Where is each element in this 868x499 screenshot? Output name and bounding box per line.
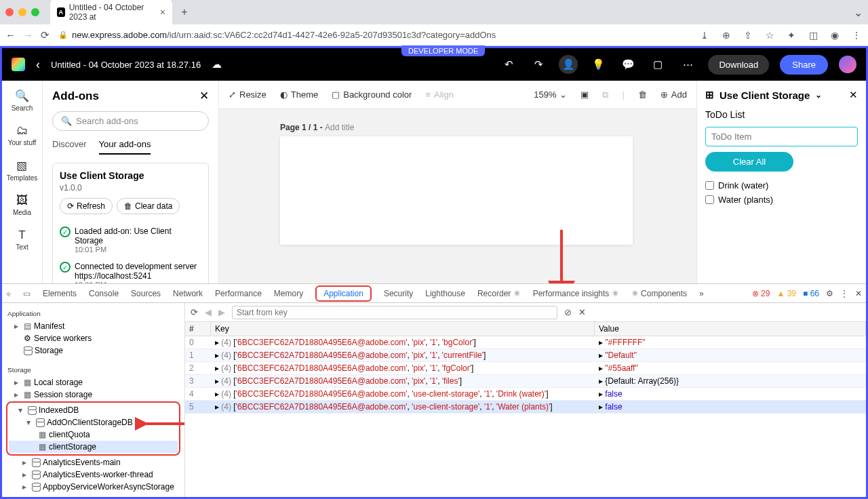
extensions-icon[interactable]: ✦ (785, 30, 797, 41)
layers-icon[interactable]: ▣ (580, 89, 589, 100)
clear-data-button[interactable]: 🗑Clear data (117, 198, 180, 214)
table-row[interactable]: 1▸ (4) ['6BCC3EFC62A7D1880A495E6A@adobe.… (185, 349, 866, 362)
zoom-control[interactable]: 159% ⌄ (534, 89, 567, 100)
share-icon[interactable]: ⇪ (742, 30, 754, 41)
more-tabs-icon[interactable]: » (699, 289, 704, 298)
table-row[interactable]: 0▸ (4) ['6BCC3EFC62A7D1880A495E6A@adobe.… (185, 336, 866, 349)
tab-your-addons[interactable]: Your add-ons (99, 139, 151, 155)
gear-icon[interactable]: ⚙ (826, 289, 833, 298)
close-icon[interactable]: ✕ (199, 89, 209, 103)
theme-button[interactable]: ◐Theme (280, 89, 318, 100)
avatar[interactable] (839, 56, 856, 73)
sidebar-item-analytics-worker[interactable]: ▸AnalyticsEvents-worker-thread (5, 468, 182, 481)
reload-icon[interactable]: ⟳ (41, 29, 52, 41)
close-icon[interactable]: ✕ (849, 89, 858, 101)
bgcolor-button[interactable]: ▢Background color (332, 89, 412, 100)
tab-console[interactable]: Console (89, 289, 119, 298)
rail-search[interactable]: 🔍Search (12, 89, 33, 112)
browser-tab[interactable]: Untitled - 04 October 2023 at × (50, 0, 172, 26)
resize-button[interactable]: ⤢Resize (229, 89, 267, 100)
bookmark-icon[interactable]: ☆ (764, 30, 776, 41)
sidebar-item-indexeddb[interactable]: ▾IndexedDB (9, 404, 178, 416)
addons-search[interactable]: 🔍 Search add-ons (52, 111, 209, 131)
maximize-window-icon[interactable] (31, 8, 39, 16)
rail-templates[interactable]: ▧Templates (7, 159, 38, 182)
sidebar-item-clientstorage[interactable]: clientStorage (9, 441, 178, 453)
canvas-page[interactable] (280, 136, 633, 245)
back-icon[interactable]: ← (5, 29, 16, 41)
tab-lighthouse[interactable]: Lighthouse (425, 289, 465, 298)
sidebar-item-service-workers[interactable]: ⚙Service workers (5, 332, 182, 344)
minimize-window-icon[interactable] (18, 8, 26, 16)
undo-icon[interactable]: ↶ (499, 55, 518, 74)
rail-text[interactable]: TText (16, 228, 28, 251)
menu-icon[interactable]: ⋮ (840, 289, 848, 298)
close-icon[interactable]: ✕ (578, 307, 586, 317)
back-icon[interactable]: ‹ (36, 58, 40, 72)
tab-memory[interactable]: Memory (274, 289, 303, 298)
document-title[interactable]: Untitled - 04 October 2023 at 18.27.16 (51, 60, 201, 70)
table-row[interactable]: 5▸ (4) ['6BCC3EFC62A7D1880A495E6A@adobe.… (185, 401, 866, 414)
sidebar-item-local-storage[interactable]: ▸Local storage (5, 376, 182, 388)
download-button[interactable]: Download (708, 55, 769, 75)
install-icon[interactable]: ⤓ (698, 30, 711, 41)
table-row[interactable]: 2▸ (4) ['6BCC3EFC62A7D1880A495E6A@adobe.… (185, 362, 866, 375)
tab-application[interactable]: Application (315, 285, 372, 302)
close-window-icon[interactable] (5, 8, 14, 16)
comment-icon[interactable]: 💬 (618, 55, 637, 74)
device-icon[interactable]: ▭ (23, 289, 31, 298)
todo-input[interactable] (705, 127, 858, 146)
duplicate-icon[interactable]: ⧉ (602, 89, 608, 100)
redo-icon[interactable]: ↷ (529, 55, 548, 74)
address-bar[interactable]: 🔒 new.express.adobe.com/id/urn:aaid:sc:V… (58, 30, 692, 40)
tab-components[interactable]: ⚛ Components (631, 289, 687, 298)
share-button[interactable]: Share (780, 55, 828, 75)
tab-recorder[interactable]: Recorder ⚛ (477, 289, 521, 298)
cloud-icon[interactable]: ☁ (212, 58, 222, 71)
sidebar-item-storage[interactable]: Storage (5, 344, 182, 357)
sidebar-item-analytics-main[interactable]: ▸AnalyticsEvents-main (5, 456, 182, 468)
tab-sources[interactable]: Sources (131, 289, 161, 298)
zoom-icon[interactable]: ⊕ (720, 30, 732, 41)
refresh-icon[interactable]: ⟳ (191, 307, 198, 317)
rail-media[interactable]: 🖼Media (13, 194, 31, 216)
profile-icon[interactable]: ◉ (829, 30, 841, 41)
warning-badge[interactable]: ▲ 39 (776, 289, 796, 298)
prev-icon[interactable]: ◀ (205, 307, 212, 317)
table-row[interactable]: 3▸ (4) ['6BCC3EFC62A7D1880A495E6A@adobe.… (185, 375, 866, 388)
filter-input[interactable] (232, 306, 557, 319)
idea-icon[interactable]: 💡 (589, 55, 608, 74)
chevron-down-icon[interactable]: ⌄ (815, 90, 822, 100)
tab-discover[interactable]: Discover (52, 139, 87, 155)
sidebar-item-manifest[interactable]: ▸Manifest (5, 320, 182, 332)
sidebar-item-appboy[interactable]: ▸AppboyServiceWorkerAsyncStorage (5, 481, 182, 493)
close-icon[interactable]: ✕ (855, 289, 862, 298)
menu-icon[interactable]: ⋮ (850, 30, 863, 41)
add-button[interactable]: ⊕Add (660, 89, 687, 100)
invite-icon[interactable]: 👤 (559, 55, 578, 74)
tab-perf-insights[interactable]: Performance insights ⚛ (533, 289, 619, 298)
sidepanel-icon[interactable]: ◫ (807, 30, 819, 41)
todo-checkbox[interactable] (705, 195, 714, 204)
tab-network[interactable]: Network (173, 289, 203, 298)
table-row[interactable]: 4▸ (4) ['6BCC3EFC62A7D1880A495E6A@adobe.… (185, 388, 866, 401)
rail-yourstuff[interactable]: 🗂Your stuff (8, 124, 37, 146)
more-icon[interactable]: ⋯ (678, 55, 697, 74)
tab-performance[interactable]: Performance (215, 289, 262, 298)
error-badge[interactable]: ⊗ 29 (752, 289, 770, 298)
adobe-express-logo-icon[interactable] (12, 58, 25, 71)
close-tab-icon[interactable]: × (160, 7, 165, 18)
tab-security[interactable]: Security (384, 289, 413, 298)
sidebar-item-session-storage[interactable]: ▸Session storage (5, 388, 182, 401)
present-icon[interactable]: ▢ (648, 55, 667, 74)
tab-elements[interactable]: Elements (43, 289, 77, 298)
refresh-button[interactable]: ⟳Refresh (60, 198, 113, 214)
todo-checkbox[interactable] (705, 181, 714, 190)
trash-icon[interactable]: 🗑 (638, 89, 647, 100)
add-title-link[interactable]: Add title (325, 123, 354, 132)
new-tab-button[interactable]: + (178, 5, 191, 19)
info-badge[interactable]: ■ 66 (803, 289, 819, 298)
next-icon[interactable]: ▶ (218, 307, 225, 317)
inspect-icon[interactable]: ⟐ (6, 289, 11, 298)
chevron-down-icon[interactable]: ⌄ (854, 6, 863, 19)
